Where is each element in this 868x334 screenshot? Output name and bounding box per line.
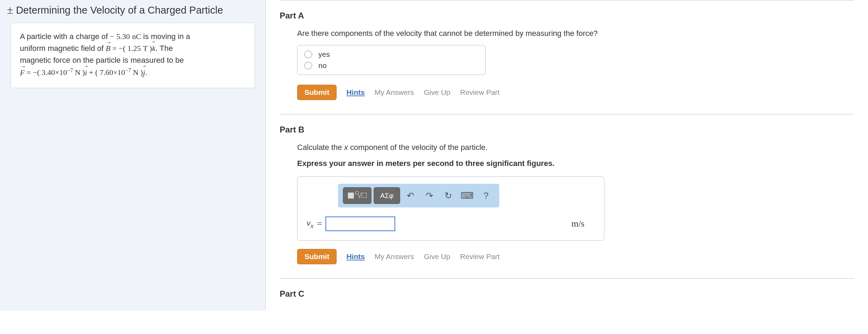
reset-button[interactable]: ↻: [440, 187, 457, 204]
variable-label: vx: [307, 218, 314, 230]
hints-link[interactable]: Hints: [346, 88, 365, 97]
units-label: m/s: [571, 219, 584, 229]
submit-button[interactable]: Submit: [297, 249, 337, 264]
hints-link[interactable]: Hints: [346, 252, 365, 261]
part-b-subprompt: Express your answer in meters per second…: [297, 159, 854, 168]
undo-button[interactable]: ↶: [402, 187, 419, 204]
part-a-choices: yes no: [297, 45, 486, 75]
choice-yes[interactable]: yes: [304, 49, 478, 60]
equals-sign: =: [317, 219, 322, 229]
problem-sidebar: ± Determining the Velocity of a Charged …: [0, 0, 265, 311]
greek-symbols-button[interactable]: ΑΣφ: [374, 187, 400, 204]
plus-minus-icon: ±: [7, 3, 13, 16]
part-a-heading: Part A: [280, 11, 854, 21]
reset-icon: ↻: [444, 190, 452, 201]
answer-area: Part A Are there components of the veloc…: [265, 0, 868, 311]
part-b-prompt: Calculate the x component of the velocit…: [297, 143, 854, 152]
part-b-answer-box: √ ΑΣφ ↶ ↷ ↻ ⌨ ? vx =: [297, 176, 604, 241]
radio-yes[interactable]: [304, 51, 312, 58]
give-up-link[interactable]: Give Up: [424, 252, 450, 261]
choice-yes-label: yes: [318, 50, 330, 59]
my-answers-link[interactable]: My Answers: [375, 252, 414, 261]
my-answers-link[interactable]: My Answers: [375, 88, 414, 97]
choice-no[interactable]: no: [304, 60, 478, 71]
problem-title: ± Determining the Velocity of a Charged …: [0, 0, 265, 23]
part-a-prompt: Are there components of the velocity tha…: [297, 29, 854, 38]
help-button[interactable]: ?: [478, 187, 494, 204]
redo-button[interactable]: ↷: [421, 187, 438, 204]
undo-icon: ↶: [407, 190, 414, 201]
part-a-actions: Submit Hints My Answers Give Up Review P…: [297, 85, 854, 100]
review-part-link[interactable]: Review Part: [460, 88, 500, 97]
part-b: Part B Calculate the x component of the …: [280, 114, 854, 278]
answer-input[interactable]: [325, 217, 395, 231]
equation-toolbar: √ ΑΣφ ↶ ↷ ↻ ⌨ ?: [338, 184, 499, 207]
part-b-heading: Part B: [280, 125, 854, 135]
radical-icon: √: [355, 192, 367, 200]
keyboard-button[interactable]: ⌨: [459, 187, 476, 204]
part-a: Part A Are there components of the veloc…: [280, 0, 854, 114]
part-b-actions: Submit Hints My Answers Give Up Review P…: [297, 249, 854, 264]
redo-icon: ↷: [426, 190, 433, 201]
problem-statement: A particle with a charge of − 5.30 nC is…: [10, 23, 255, 88]
part-c: Part C: [280, 278, 854, 311]
give-up-link[interactable]: Give Up: [424, 88, 450, 97]
template-tool-button[interactable]: √: [343, 187, 372, 204]
part-c-heading: Part C: [280, 289, 854, 299]
title-text: Determining the Velocity of a Charged Pa…: [16, 5, 223, 16]
submit-button[interactable]: Submit: [297, 85, 337, 100]
radio-no[interactable]: [304, 62, 312, 69]
equation-row: vx = m/s: [307, 217, 595, 231]
keyboard-icon: ⌨: [461, 190, 474, 201]
choice-no-label: no: [318, 61, 326, 70]
template-icon: [348, 192, 354, 199]
review-part-link[interactable]: Review Part: [460, 252, 500, 261]
